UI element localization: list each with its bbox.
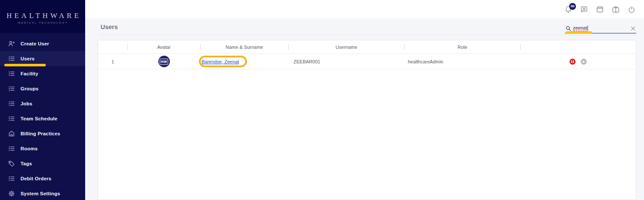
header-separator [128,44,128,50]
column-header-avatar: Avatar [128,45,200,50]
header-separator [288,44,289,50]
sidebar-item-label: System Settings [21,191,60,196]
sidebar-item-billing-practices[interactable]: Billing Practices [0,126,85,141]
brand-name: HEALTHWARE [4,12,81,20]
power-icon [627,5,636,14]
search-icon [566,26,571,31]
sidebar-item-label: Debit Orders [21,176,51,181]
table-header-row: Avatar Name & Surname Username Role [98,40,636,54]
list-icon [8,115,15,122]
sidebar-item-create-user[interactable]: Create User [0,36,85,51]
role-cell: healthcareAdmin [404,59,520,64]
sidebar-item-tags[interactable]: Tags [0,156,85,171]
logout-button[interactable] [627,5,636,14]
calendar-button[interactable] [595,5,605,14]
notifications-button[interactable]: 90 [564,5,573,14]
gear-icon [8,190,15,197]
users-table: Avatar Name & Surname Username Role 1 HW… [98,40,636,200]
sidebar-item-label: Billing Practices [21,131,60,136]
actions-cell [520,59,636,65]
list-icon [8,85,15,92]
sidebar-item-system-settings[interactable]: System Settings [0,186,85,200]
sidebar-item-debit-orders[interactable]: Debit Orders [0,171,85,186]
brand-logo: HEALTHWARE MEDICAL TECHNOLOGY [0,0,85,33]
sidebar-item-label: Facility [21,71,38,76]
avatar-initials: HW [160,59,169,65]
chat-icon [580,5,588,14]
sidebar-item-label: Tags [21,161,32,166]
briefcase-icon [611,5,620,14]
brand-tagline: MEDICAL TECHNOLOGY [17,21,68,24]
column-header-username: Username [288,45,404,50]
suspend-user-button[interactable] [570,59,576,65]
sidebar: HEALTHWARE MEDICAL TECHNOLOGY Create Use… [0,0,85,200]
search-value: zeenat [573,25,587,31]
header-separator [200,44,201,50]
sidebar-item-label: Team Schedule [21,116,57,121]
user-name-link[interactable]: Barendse, Zeenat [202,59,239,64]
column-header-name: Name & Surname [200,45,288,50]
text-caret [588,26,588,31]
sidebar-item-label: Jobs [21,101,33,106]
play-icon [582,60,585,63]
search-input[interactable]: zeenat [565,24,636,33]
header-separator [520,44,521,50]
list-icon [8,145,15,152]
briefcase-button[interactable] [611,5,620,14]
home-icon [8,130,15,137]
list-icon [8,100,15,107]
avatar[interactable]: HW [158,56,170,67]
sidebar-item-label: Rooms [21,146,38,151]
close-icon [631,26,635,31]
column-header-role: Role [404,45,520,50]
row-index: 1 [98,59,128,64]
title-divider [98,35,636,35]
name-cell: Barendse, Zeenat [200,59,288,64]
tag-icon [8,160,15,167]
sidebar-item-jobs[interactable]: Jobs [0,96,85,111]
pause-icon [573,60,574,63]
header-separator [404,44,405,50]
sidebar-item-team-schedule[interactable]: Team Schedule [0,111,85,126]
sidebar-item-facility[interactable]: Facility [0,66,85,81]
sidebar-item-users[interactable]: Users [0,51,85,66]
user-plus-icon [8,40,15,47]
list-icon [8,175,15,182]
messages-button[interactable] [579,5,589,14]
topbar: 90 [85,0,644,18]
sidebar-nav: Create User Users Facility Groups [0,33,85,200]
sidebar-item-label: Users [21,56,35,61]
table-row: 1 HW Barendse, Zeenat ZEEBAR001 healthca… [98,54,636,69]
page-title: Users [101,24,118,30]
username-cell: ZEEBAR001 [288,59,404,64]
sidebar-item-groups[interactable]: Groups [0,81,85,96]
clear-search-button[interactable] [630,26,635,31]
calendar-icon [596,5,604,14]
notification-badge: 90 [569,3,576,10]
sidebar-item-label: Create User [21,41,49,46]
sidebar-item-label: Groups [21,86,39,91]
app-window: HEALTHWARE MEDICAL TECHNOLOGY Create Use… [0,0,644,200]
list-icon [8,55,15,62]
content-gutter [636,18,644,200]
avatar-cell: HW [128,56,200,67]
sidebar-item-rooms[interactable]: Rooms [0,141,85,156]
activate-user-button[interactable] [581,59,587,65]
pause-icon [571,60,572,63]
list-icon [8,70,15,77]
